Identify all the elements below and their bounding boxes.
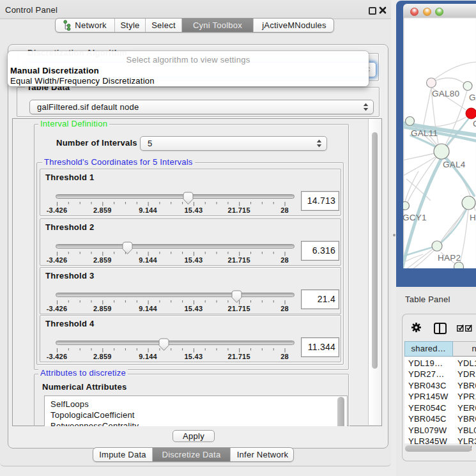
svg-text:GAL11: GAL11 <box>411 128 438 138</box>
svg-text:HAP2: HAP2 <box>438 253 461 263</box>
svg-text:C: C <box>473 119 476 128</box>
svg-text:H: H <box>470 213 476 222</box>
svg-text:GAL4: GAL4 <box>443 160 466 169</box>
svg-text:GA: GA <box>469 93 476 102</box>
svg-text:GCY1: GCY1 <box>403 213 427 222</box>
svg-text:GAL80: GAL80 <box>432 89 459 98</box>
